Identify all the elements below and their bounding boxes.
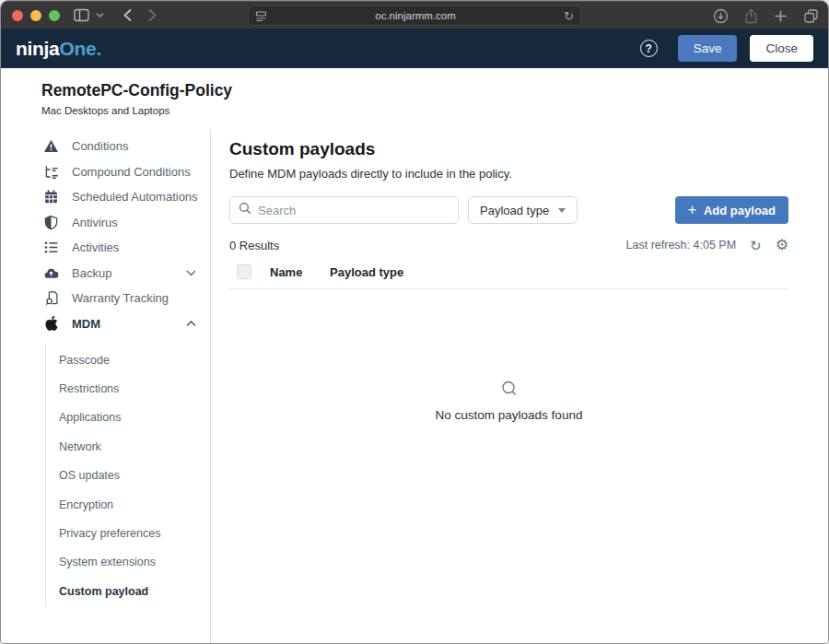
sidebar-item-custom-payload[interactable]: Custom payload [46,577,210,605]
results-count: 0 Results [229,239,279,252]
warning-triangle-icon [43,138,59,154]
sidebar-item-passcode[interactable]: Passcode [46,345,210,374]
chevron-down-icon [186,270,196,276]
sidebar-chevron-icon[interactable] [96,12,104,18]
sidebar-item-antivirus[interactable]: Antivirus [1,210,210,236]
sidebar-item-applications[interactable]: Applications [46,404,210,432]
plus-icon: + [688,203,696,217]
sidebar-item-compound-conditions[interactable]: Compound Conditions [1,159,210,185]
search-empty-icon [500,380,519,402]
search-input[interactable] [258,204,450,217]
save-button[interactable]: Save [678,35,738,62]
add-payload-button[interactable]: + Add payload [675,196,788,224]
sidebar-item-network[interactable]: Network [46,432,210,461]
ninjaone-logo: ninjaOne. [16,38,101,60]
caret-down-icon [558,208,566,213]
sidebar-item-privacy-preferences[interactable]: Privacy preferences [46,519,210,547]
mdm-subnav: Passcode Restrictions Applications Netwo… [45,344,210,606]
address-bar[interactable]: oc.ninjarmm.com ↻ [248,6,581,26]
cloud-upload-icon [43,265,59,281]
page-settings-icon[interactable] [255,10,267,22]
table-header: Name Payload type [229,264,788,289]
main-content: Custom payloads Define MDM payloads dire… [211,130,828,643]
refresh-icon[interactable]: ↻ [750,239,762,252]
search-box[interactable] [229,196,459,224]
payload-type-filter[interactable]: Payload type [468,196,578,224]
app-header: ninjaOne. ? Save Close [1,29,828,68]
tree-icon [43,164,59,180]
shield-icon [43,215,59,230]
sidebar-item-mdm[interactable]: MDM [1,311,210,337]
url-text: oc.ninjarmm.com [267,10,564,21]
chevron-up-icon [186,321,196,327]
sidebar-item-backup[interactable]: Backup [1,261,210,287]
sidebar-item-conditions[interactable]: Conditions [1,134,210,159]
browser-window: oc.ninjarmm.com ↻ ninjaOne. ? Save Cl [0,0,829,644]
sidebar-toggle-icon[interactable] [73,6,90,24]
page-title: Custom payloads [229,139,788,159]
browser-toolbar: oc.ninjarmm.com ↻ [1,1,828,29]
sidebar-item-scheduled-automations[interactable]: Scheduled Automations [1,184,210,210]
search-icon [239,202,251,218]
downloads-icon[interactable] [713,8,729,24]
page-description: Define MDM payloads directly to include … [229,167,788,181]
forward-button[interactable] [147,8,158,22]
select-all-checkbox[interactable] [237,264,251,279]
sidebar-item-os-updates[interactable]: OS updates [46,462,210,490]
close-window-button[interactable] [12,10,23,21]
column-header-name: Name [270,265,311,279]
last-refresh-label: Last refresh: 4:05 PM [626,239,737,252]
column-header-payload-type: Payload type [330,265,403,279]
policy-subtitle: Mac Desktops and Laptops [41,105,828,116]
sidebar-item-encryption[interactable]: Encryption [46,490,210,519]
sidebar-item-system-extensions[interactable]: System extensions [46,548,210,577]
empty-state-text: No custom payloads found [436,408,583,422]
reload-icon[interactable]: ↻ [564,10,574,22]
close-button[interactable]: Close [750,35,813,62]
sidebar-item-restrictions[interactable]: Restrictions [46,374,210,403]
new-tab-icon[interactable] [774,9,788,23]
share-icon[interactable] [744,8,758,24]
back-button[interactable] [123,8,133,22]
gear-icon[interactable]: ⚙ [776,238,788,252]
tab-overview-icon[interactable] [803,8,819,24]
policy-sidebar: Conditions Compound Conditions Scheduled… [1,130,211,643]
minimize-window-button[interactable] [30,10,41,21]
calendar-icon [43,189,59,205]
policy-title: RemotePC-Config-Policy [41,81,828,100]
traffic-lights [12,10,60,21]
document-search-icon [43,290,59,306]
list-icon [43,240,59,255]
empty-state: No custom payloads found [229,380,788,422]
sidebar-item-activities[interactable]: Activities [1,235,210,261]
sidebar-item-warranty-tracking[interactable]: Warranty Tracking [1,286,210,311]
apple-icon [43,316,59,332]
help-icon[interactable]: ? [640,40,658,57]
zoom-window-button[interactable] [49,10,60,21]
